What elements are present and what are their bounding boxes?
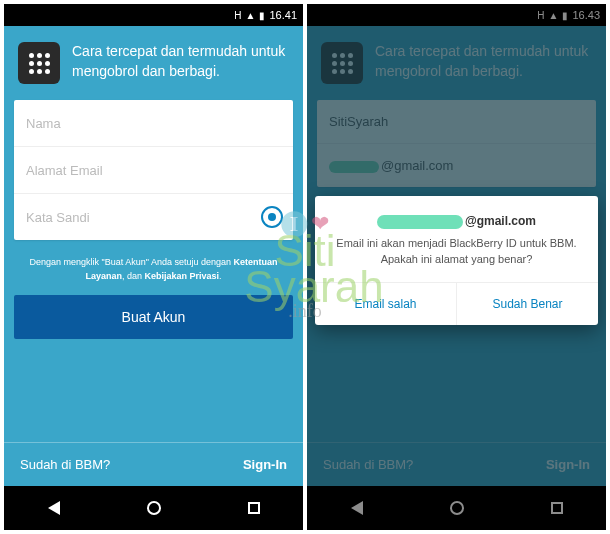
email-wrong-button[interactable]: Email salah [315, 283, 457, 325]
signup-form [14, 100, 293, 240]
signin-link[interactable]: Sign-In [243, 457, 287, 472]
recent-icon[interactable] [248, 502, 260, 514]
network-icon: H [234, 10, 241, 21]
privacy-link[interactable]: Kebijakan Privasi [144, 271, 219, 281]
back-icon[interactable] [48, 501, 60, 515]
already-bbm-label: Sudah di BBM? [20, 457, 110, 472]
home-icon[interactable] [147, 501, 161, 515]
terms-text: Dengan mengklik "Buat Akun" Anda setuju … [4, 250, 303, 289]
status-bar: H ▲ ▮ 16.41 [4, 4, 303, 26]
clock: 16.41 [269, 9, 297, 21]
battery-icon: ▮ [259, 10, 265, 21]
signal-icon: ▲ [246, 10, 256, 21]
dialog-email: @gmail.com [331, 214, 582, 229]
tagline-text: Cara tercepat dan termudah untuk mengobr… [72, 42, 289, 81]
dialog-message: Email ini akan menjadi BlackBerry ID unt… [331, 235, 582, 268]
phone-screenshot-left: H ▲ ▮ 16.41 Cara tercepat dan termudah u… [4, 4, 303, 530]
bbm-logo-icon [18, 42, 60, 84]
create-account-button[interactable]: Buat Akun [14, 295, 293, 339]
phone-screenshot-right: H ▲ ▮ 16.43 Cara tercepat dan termudah u… [307, 4, 606, 530]
name-field[interactable] [26, 116, 281, 131]
android-navbar [4, 486, 303, 530]
show-password-icon[interactable] [261, 206, 283, 228]
redacted-email-icon [377, 215, 463, 229]
confirm-email-dialog: @gmail.com Email ini akan menjadi BlackB… [315, 196, 598, 325]
email-field[interactable] [26, 163, 281, 178]
password-field[interactable] [26, 210, 281, 225]
email-correct-button[interactable]: Sudah Benar [457, 283, 598, 325]
